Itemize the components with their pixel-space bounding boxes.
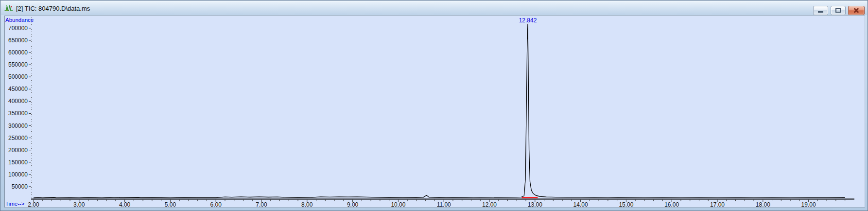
- x-tick-label: 2.00: [28, 201, 39, 207]
- y-tick-label: 100000: [8, 171, 28, 178]
- tic-trace: [34, 24, 845, 198]
- x-tick-label: 13.00: [528, 201, 542, 207]
- x-tick-label: 15.00: [619, 201, 633, 207]
- maximize-button[interactable]: [831, 6, 846, 15]
- window-controls: [813, 6, 865, 15]
- abundance-axis-label: Abundance: [5, 17, 34, 23]
- x-tick-label: 17.00: [710, 201, 725, 207]
- chromatogram-window: [2] TIC: 804790.D\data.ms 50000100000150…: [0, 0, 868, 211]
- x-tick-label: 9.00: [347, 201, 359, 207]
- x-tick-label: 4.00: [119, 201, 131, 207]
- x-tick-label: 14.00: [573, 201, 588, 207]
- y-tick-label: 650000: [8, 37, 28, 44]
- peak-retention-label: 12.842: [519, 17, 537, 24]
- x-tick-label: 5.00: [165, 201, 176, 207]
- y-tick-label: 50000: [12, 183, 28, 190]
- y-tick-label: 450000: [8, 86, 28, 92]
- x-tick-label: 19.00: [801, 201, 816, 207]
- x-tick-label: 6.00: [210, 201, 222, 207]
- y-tick-label: 550000: [8, 61, 28, 68]
- x-tick-label: 10.00: [391, 201, 405, 207]
- minimize-icon: [818, 11, 823, 13]
- y-tick-label: 300000: [8, 123, 28, 129]
- x-tick-label: 18.00: [756, 201, 770, 207]
- maximize-icon: [835, 8, 841, 13]
- y-tick-label: 500000: [8, 73, 28, 80]
- y-tick-label: 600000: [8, 49, 28, 56]
- time-axis-label: Time-->: [5, 201, 25, 207]
- x-tick-label: 12.00: [482, 201, 497, 207]
- chromatogram-icon: [4, 4, 13, 12]
- y-tick-label: 250000: [8, 135, 28, 141]
- y-tick-label: 350000: [8, 110, 28, 117]
- x-tick-label: 8.00: [301, 201, 313, 207]
- y-tick-label: 200000: [8, 147, 28, 154]
- y-tick-label: 150000: [8, 159, 28, 166]
- x-tick-label: 11.00: [437, 201, 451, 207]
- window-title: [2] TIC: 804790.D\data.ms: [16, 5, 90, 12]
- y-tick-label: 400000: [8, 98, 28, 105]
- chromatogram-plot[interactable]: 5000010000015000020000025000030000035000…: [5, 16, 865, 207]
- x-tick-label: 3.00: [73, 201, 85, 207]
- client-area: 5000010000015000020000025000030000035000…: [4, 16, 865, 208]
- x-tick-label: 7.00: [256, 201, 267, 207]
- y-tick-label: 700000: [8, 25, 28, 32]
- x-tick-label: 16.00: [664, 201, 679, 207]
- minimize-button[interactable]: [813, 6, 828, 15]
- close-button[interactable]: [848, 6, 865, 15]
- titlebar[interactable]: [2] TIC: 804790.D\data.ms: [1, 1, 867, 15]
